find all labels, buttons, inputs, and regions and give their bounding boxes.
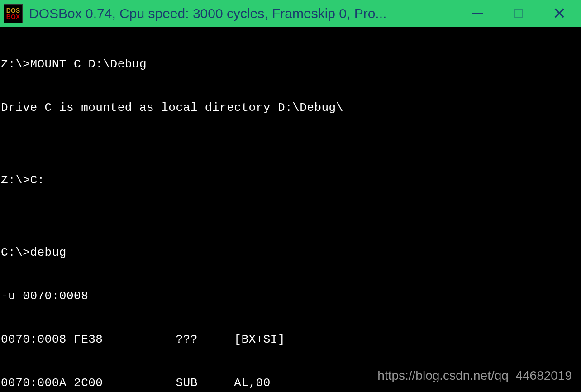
terminal-line: 0070:0008 FE38 ??? [BX+SI] xyxy=(1,332,580,347)
titlebar[interactable]: DOS BOX DOSBox 0.74, Cpu speed: 3000 cyc… xyxy=(0,0,581,27)
close-icon: ✕ xyxy=(552,5,566,22)
app-icon-text-1: DOS xyxy=(6,7,20,14)
terminal-line: C:\>debug xyxy=(1,245,580,260)
terminal-line: Drive C is mounted as local directory D:… xyxy=(1,100,580,115)
app-icon: DOS BOX xyxy=(4,4,23,23)
app-icon-text-2: BOX xyxy=(6,14,20,20)
terminal-line: Z:\>C: xyxy=(1,173,580,187)
maximize-button[interactable] xyxy=(510,5,528,23)
terminal-output[interactable]: Z:\>MOUNT C D:\Debug Drive C is mounted … xyxy=(0,27,581,392)
window-controls: ✕ xyxy=(469,5,568,23)
close-button[interactable]: ✕ xyxy=(550,5,568,23)
terminal-line: -u 0070:0008 xyxy=(1,289,580,303)
watermark-text: https://blog.csdn.net/qq_44682019 xyxy=(377,368,572,383)
minimize-button[interactable] xyxy=(469,5,487,23)
minimize-icon xyxy=(472,13,483,14)
window-title: DOSBox 0.74, Cpu speed: 3000 cycles, Fra… xyxy=(29,6,469,21)
terminal-line: Z:\>MOUNT C D:\Debug xyxy=(1,57,580,72)
maximize-icon xyxy=(514,9,523,18)
